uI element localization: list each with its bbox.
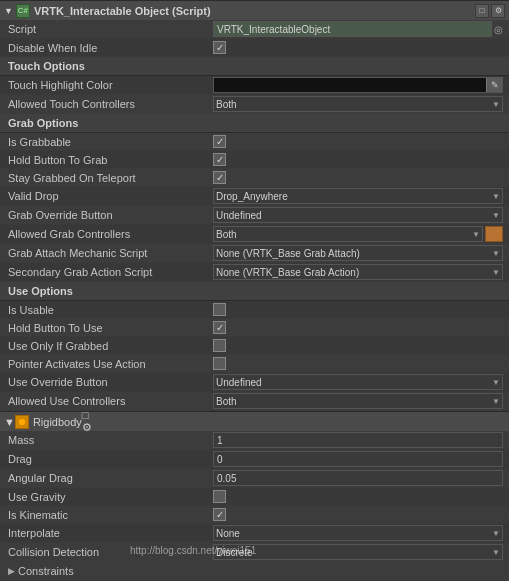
secondary-grab-dropdown[interactable]: None (VRTK_Base Grab Action) ▼ bbox=[213, 264, 503, 280]
angular-drag-row: Angular Drag 0.05 bbox=[0, 469, 509, 488]
use-override-row: Use Override Button Undefined ▼ bbox=[0, 373, 509, 392]
interpolate-dropdown[interactable]: None ▼ bbox=[213, 525, 503, 541]
collision-detection-value: Discrete ▼ bbox=[213, 544, 503, 560]
is-usable-checkbox[interactable] bbox=[213, 303, 226, 316]
valid-drop-dropdown[interactable]: Drop_Anywhere ▼ bbox=[213, 188, 503, 204]
header-btn-gear[interactable]: ⚙ bbox=[491, 4, 505, 18]
mass-label: Mass bbox=[8, 434, 213, 446]
constraints-label: Constraints bbox=[18, 565, 223, 577]
rigidbody-header-buttons: □ ⚙ bbox=[82, 409, 92, 434]
use-gravity-checkbox[interactable] bbox=[213, 490, 226, 503]
stay-grabbed-value bbox=[213, 171, 503, 184]
dropdown-arrow: ▼ bbox=[492, 192, 500, 201]
use-only-grabbed-row: Use Only If Grabbed bbox=[0, 337, 509, 355]
constraints-expand-arrow[interactable]: ▶ bbox=[8, 566, 15, 576]
allowed-use-controllers-dropdown[interactable]: Both ▼ bbox=[213, 393, 503, 409]
svg-point-0 bbox=[18, 418, 26, 426]
allowed-touch-controllers-value: Both ▼ bbox=[213, 96, 503, 112]
allowed-use-controllers-label: Allowed Use Controllers bbox=[8, 395, 213, 407]
drag-field[interactable]: 0 bbox=[213, 451, 503, 467]
collision-detection-dropdown[interactable]: Discrete ▼ bbox=[213, 544, 503, 560]
component-title: VRTK_Interactable Object (Script) bbox=[34, 5, 475, 17]
rigidbody-btn-gear[interactable]: ⚙ bbox=[82, 421, 92, 434]
grab-override-dropdown[interactable]: Undefined ▼ bbox=[213, 207, 503, 223]
use-gravity-label: Use Gravity bbox=[8, 491, 213, 503]
interpolate-value: None ▼ bbox=[213, 525, 503, 541]
script-row: Script VRTK_InteractableObject ◎ bbox=[0, 20, 509, 39]
header-btn-rect[interactable]: □ bbox=[475, 4, 489, 18]
dropdown-arrow: ▼ bbox=[492, 378, 500, 387]
rigidbody-btn-rect[interactable]: □ bbox=[82, 409, 92, 421]
allowed-grab-controllers-row: Allowed Grab Controllers Both ▼ bbox=[0, 225, 509, 244]
angular-drag-label: Angular Drag bbox=[8, 472, 213, 484]
rigidbody-title: Rigidbody bbox=[33, 416, 82, 428]
pointer-activates-checkbox[interactable] bbox=[213, 357, 226, 370]
hold-button-grab-value bbox=[213, 153, 503, 166]
dropdown-arrow: ▼ bbox=[492, 211, 500, 220]
allowed-use-controllers-row: Allowed Use Controllers Both ▼ bbox=[0, 392, 509, 411]
touch-options-header: Touch Options bbox=[0, 57, 509, 76]
color-edit-button[interactable]: ✎ bbox=[486, 78, 502, 92]
is-kinematic-checkbox[interactable] bbox=[213, 508, 226, 521]
secondary-grab-value: None (VRTK_Base Grab Action) ▼ bbox=[213, 264, 503, 280]
interpolate-label: Interpolate bbox=[8, 527, 213, 539]
is-grabbable-row: Is Grabbable bbox=[0, 133, 509, 151]
valid-drop-label: Valid Drop bbox=[8, 190, 213, 202]
header-buttons: □ ⚙ bbox=[475, 4, 505, 18]
stay-grabbed-label: Stay Grabbed On Teleport bbox=[8, 172, 213, 184]
rigidbody-icon bbox=[15, 415, 29, 429]
grab-override-row: Grab Override Button Undefined ▼ bbox=[0, 206, 509, 225]
is-usable-label: Is Usable bbox=[8, 304, 213, 316]
stay-grabbed-checkbox[interactable] bbox=[213, 171, 226, 184]
touch-highlight-color-label: Touch Highlight Color bbox=[8, 79, 213, 91]
dropdown-arrow: ▼ bbox=[492, 529, 500, 538]
dropdown-arrow: ▼ bbox=[492, 249, 500, 258]
grab-override-value: Undefined ▼ bbox=[213, 207, 503, 223]
allowed-touch-controllers-dropdown[interactable]: Both ▼ bbox=[213, 96, 503, 112]
drag-value: 0 bbox=[213, 451, 503, 467]
rigidbody-expand-arrow[interactable]: ▼ bbox=[4, 416, 15, 428]
use-only-grabbed-checkbox[interactable] bbox=[213, 339, 226, 352]
collision-detection-row: Collision Detection Discrete ▼ http://bl… bbox=[0, 543, 509, 562]
secondary-grab-label: Secondary Grab Action Script bbox=[8, 266, 213, 278]
script-ref-field[interactable]: VRTK_InteractableObject bbox=[213, 21, 492, 37]
grab-attach-row: Grab Attach Mechanic Script None (VRTK_B… bbox=[0, 244, 509, 263]
drag-row: Drag 0 bbox=[0, 450, 509, 469]
disable-when-idle-checkbox[interactable] bbox=[213, 41, 226, 54]
use-only-grabbed-value bbox=[213, 339, 503, 352]
hold-button-grab-checkbox[interactable] bbox=[213, 153, 226, 166]
is-grabbable-value bbox=[213, 135, 503, 148]
constraints-row: ▶ Constraints bbox=[0, 562, 509, 580]
hold-button-use-label: Hold Button To Use bbox=[8, 322, 213, 334]
use-override-label: Use Override Button bbox=[8, 376, 213, 388]
stay-grabbed-row: Stay Grabbed On Teleport bbox=[0, 169, 509, 187]
dropdown-arrow: ▼ bbox=[492, 397, 500, 406]
dropdown-arrow: ▼ bbox=[492, 268, 500, 277]
pointer-activates-value bbox=[213, 357, 503, 370]
expand-arrow[interactable]: ▼ bbox=[4, 6, 13, 16]
grab-options-header: Grab Options bbox=[0, 114, 509, 133]
is-kinematic-row: Is Kinematic bbox=[0, 506, 509, 524]
is-usable-row: Is Usable bbox=[0, 301, 509, 319]
allowed-grab-controllers-label: Allowed Grab Controllers bbox=[8, 228, 213, 240]
is-grabbable-label: Is Grabbable bbox=[8, 136, 213, 148]
grab-attach-value: None (VRTK_Base Grab Attach) ▼ bbox=[213, 245, 503, 261]
valid-drop-value: Drop_Anywhere ▼ bbox=[213, 188, 503, 204]
hold-button-grab-label: Hold Button To Grab bbox=[8, 154, 213, 166]
disable-when-idle-value bbox=[213, 41, 503, 54]
pointer-activates-label: Pointer Activates Use Action bbox=[8, 358, 213, 370]
hold-button-use-checkbox[interactable] bbox=[213, 321, 226, 334]
use-options-header: Use Options bbox=[0, 282, 509, 301]
is-usable-value bbox=[213, 303, 503, 316]
allowed-grab-controllers-dropdown[interactable]: Both ▼ bbox=[213, 226, 483, 242]
use-override-dropdown[interactable]: Undefined ▼ bbox=[213, 374, 503, 390]
script-ref-icon: ◎ bbox=[494, 24, 503, 35]
use-gravity-row: Use Gravity bbox=[0, 488, 509, 506]
mass-field[interactable]: 1 bbox=[213, 432, 503, 448]
grab-attach-dropdown[interactable]: None (VRTK_Base Grab Attach) ▼ bbox=[213, 245, 503, 261]
rigidbody-header: ▼ Rigidbody □ ⚙ bbox=[0, 411, 509, 431]
dropdown-arrow: ▼ bbox=[492, 548, 500, 557]
angular-drag-field[interactable]: 0.05 bbox=[213, 470, 503, 486]
color-field[interactable]: ✎ bbox=[213, 77, 503, 93]
is-grabbable-checkbox[interactable] bbox=[213, 135, 226, 148]
